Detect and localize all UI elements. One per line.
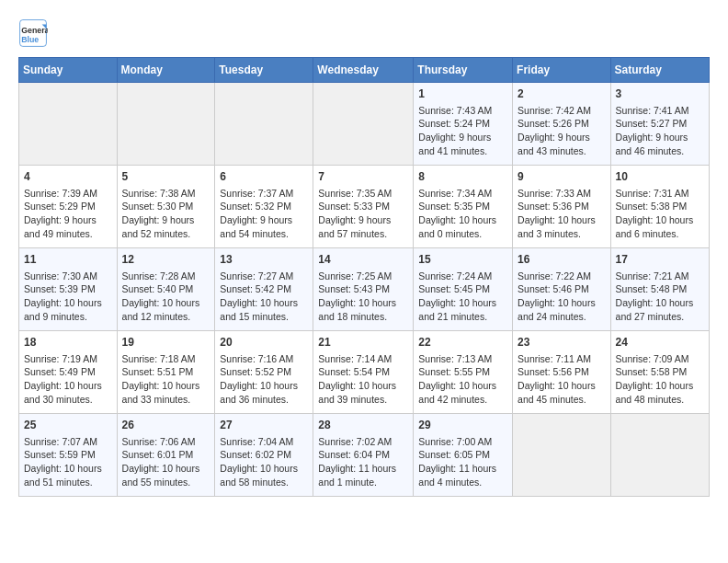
- day-number: 8: [418, 169, 507, 185]
- day-info: Sunrise: 7:07 AM: [24, 435, 112, 449]
- day-info: Daylight: 9 hours: [318, 213, 408, 227]
- day-info: and 27 minutes.: [616, 310, 704, 324]
- logo-icon: General Blue: [18, 18, 48, 48]
- day-number: 7: [318, 169, 408, 185]
- day-info: Sunset: 5:24 PM: [418, 117, 507, 131]
- day-info: Sunrise: 7:11 AM: [518, 352, 606, 366]
- calendar-cell: 20Sunrise: 7:16 AMSunset: 5:52 PMDayligh…: [215, 331, 313, 414]
- week-row-4: 25Sunrise: 7:07 AMSunset: 5:59 PMDayligh…: [19, 414, 710, 497]
- day-info: and 6 minutes.: [616, 227, 704, 241]
- day-info: Sunset: 5:32 PM: [220, 200, 308, 213]
- day-info: and 43 minutes.: [518, 144, 606, 158]
- day-number: 19: [122, 335, 210, 350]
- day-info: Daylight: 10 hours: [518, 379, 606, 393]
- day-info: Sunset: 5:46 PM: [518, 282, 606, 296]
- day-info: Daylight: 10 hours: [518, 296, 606, 310]
- day-info: Sunrise: 7:04 AM: [220, 435, 308, 449]
- day-info: Daylight: 10 hours: [220, 462, 308, 476]
- day-info: Daylight: 10 hours: [418, 379, 507, 393]
- calendar-cell: 21Sunrise: 7:14 AMSunset: 5:54 PMDayligh…: [313, 331, 414, 414]
- day-info: Sunrise: 7:41 AM: [616, 104, 704, 118]
- day-info: Sunset: 5:36 PM: [518, 200, 606, 213]
- calendar-cell: 16Sunrise: 7:22 AMSunset: 5:46 PMDayligh…: [513, 248, 611, 331]
- day-info: Sunset: 5:58 PM: [616, 365, 704, 379]
- calendar-cell: 17Sunrise: 7:21 AMSunset: 5:48 PMDayligh…: [610, 248, 709, 331]
- day-info: Sunset: 5:54 PM: [318, 365, 408, 379]
- day-number: 6: [220, 169, 308, 185]
- day-info: and 30 minutes.: [24, 393, 112, 407]
- day-info: and 36 minutes.: [220, 393, 308, 407]
- day-number: 5: [122, 169, 210, 185]
- day-info: and 42 minutes.: [418, 393, 507, 407]
- day-info: Sunset: 5:49 PM: [24, 365, 112, 379]
- day-info: Sunset: 6:02 PM: [220, 448, 308, 462]
- day-info: and 21 minutes.: [418, 310, 507, 324]
- day-info: and 4 minutes.: [418, 476, 507, 489]
- day-info: Daylight: 11 hours: [318, 462, 408, 476]
- day-number: 24: [616, 335, 704, 350]
- day-info: Daylight: 10 hours: [24, 296, 112, 310]
- day-info: Daylight: 9 hours: [616, 131, 704, 144]
- day-info: Sunrise: 7:21 AM: [616, 270, 704, 283]
- day-info: Sunset: 5:40 PM: [122, 282, 210, 296]
- day-info: Daylight: 9 hours: [418, 131, 507, 144]
- calendar-cell: 22Sunrise: 7:13 AMSunset: 5:55 PMDayligh…: [414, 331, 513, 414]
- week-row-0: 1Sunrise: 7:43 AMSunset: 5:24 PMDaylight…: [19, 83, 710, 166]
- day-info: Sunset: 5:43 PM: [318, 282, 408, 296]
- day-info: Daylight: 9 hours: [122, 213, 210, 227]
- day-info: Sunrise: 7:19 AM: [24, 352, 112, 366]
- day-info: and 41 minutes.: [418, 144, 507, 158]
- day-info: Sunset: 5:35 PM: [418, 200, 507, 213]
- day-number: 16: [518, 252, 606, 268]
- day-number: 22: [418, 335, 507, 350]
- calendar-table: SundayMondayTuesdayWednesdayThursdayFrid…: [18, 57, 710, 497]
- day-info: Sunrise: 7:14 AM: [318, 352, 408, 366]
- calendar-cell: 10Sunrise: 7:31 AMSunset: 5:38 PMDayligh…: [610, 166, 709, 248]
- day-info: and 52 minutes.: [122, 227, 210, 241]
- day-info: Sunrise: 7:24 AM: [418, 270, 507, 283]
- header-day-thursday: Thursday: [414, 58, 513, 83]
- header-row: SundayMondayTuesdayWednesdayThursdayFrid…: [19, 58, 710, 83]
- day-info: and 55 minutes.: [122, 476, 210, 489]
- day-info: Sunset: 5:59 PM: [24, 448, 112, 462]
- calendar-header: SundayMondayTuesdayWednesdayThursdayFrid…: [19, 58, 710, 83]
- day-number: 26: [122, 418, 210, 433]
- calendar-cell: 2Sunrise: 7:42 AMSunset: 5:26 PMDaylight…: [513, 83, 611, 166]
- day-info: Daylight: 10 hours: [418, 213, 507, 227]
- day-info: Daylight: 9 hours: [518, 131, 606, 144]
- day-info: Sunset: 5:56 PM: [518, 365, 606, 379]
- day-info: and 48 minutes.: [616, 393, 704, 407]
- day-number: 10: [616, 169, 704, 185]
- day-info: and 9 minutes.: [24, 310, 112, 324]
- day-info: Sunset: 6:04 PM: [318, 448, 408, 462]
- day-info: Sunset: 5:29 PM: [24, 200, 112, 213]
- day-info: Sunrise: 7:22 AM: [518, 270, 606, 283]
- day-info: Daylight: 10 hours: [616, 213, 704, 227]
- header: General Blue: [18, 18, 710, 48]
- day-info: Sunrise: 7:30 AM: [24, 270, 112, 283]
- day-info: and 1 minute.: [318, 476, 408, 489]
- day-info: Sunrise: 7:34 AM: [418, 187, 507, 201]
- day-info: and 45 minutes.: [518, 393, 606, 407]
- day-info: Sunset: 5:39 PM: [24, 282, 112, 296]
- day-info: Sunset: 5:38 PM: [616, 200, 704, 213]
- day-info: Sunset: 5:33 PM: [318, 200, 408, 213]
- day-info: and 46 minutes.: [616, 144, 704, 158]
- calendar-cell: 13Sunrise: 7:27 AMSunset: 5:42 PMDayligh…: [215, 248, 313, 331]
- day-number: 9: [518, 169, 606, 185]
- day-number: 27: [220, 418, 308, 433]
- day-number: 18: [24, 335, 112, 350]
- day-info: Sunset: 5:45 PM: [418, 282, 507, 296]
- day-info: Sunrise: 7:27 AM: [220, 270, 308, 283]
- day-info: and 33 minutes.: [122, 393, 210, 407]
- calendar-cell: 28Sunrise: 7:02 AMSunset: 6:04 PMDayligh…: [313, 414, 414, 497]
- day-info: Sunset: 6:01 PM: [122, 448, 210, 462]
- day-info: Daylight: 10 hours: [220, 296, 308, 310]
- day-info: and 0 minutes.: [418, 227, 507, 241]
- calendar-cell: 24Sunrise: 7:09 AMSunset: 5:58 PMDayligh…: [610, 331, 709, 414]
- day-number: 21: [318, 335, 408, 350]
- day-number: 2: [518, 86, 606, 102]
- day-info: Sunset: 5:42 PM: [220, 282, 308, 296]
- day-number: 29: [418, 418, 507, 433]
- day-number: 13: [220, 252, 308, 268]
